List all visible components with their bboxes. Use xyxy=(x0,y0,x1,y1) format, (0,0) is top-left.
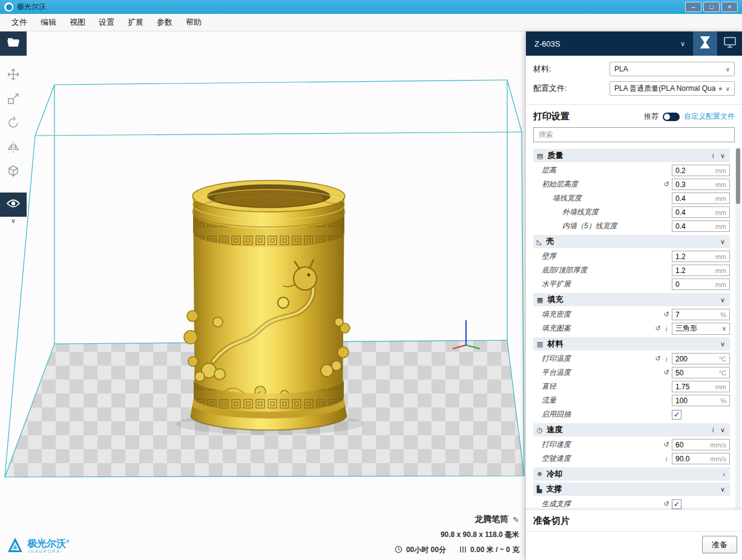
wall-thickness-input[interactable]: 1.2mm xyxy=(672,251,730,262)
mode-toggle[interactable] xyxy=(663,113,680,121)
reset-icon[interactable]: ↺ xyxy=(654,324,662,332)
section-header-shell[interactable]: ◺ 壳 ∨ xyxy=(533,235,730,248)
info-icon[interactable]: i xyxy=(712,151,714,160)
flow-input[interactable]: 100% xyxy=(672,395,730,406)
menu-settings[interactable]: 设置 xyxy=(92,15,121,30)
chevron-down-icon: ∨ xyxy=(726,85,730,92)
settings-list: ▤ 质量 i ∨ 层高 0.2mm 初始层高度 ↺ 0.3mm 墙线宽度 0.4… xyxy=(526,147,742,509)
info-icon[interactable]: i xyxy=(662,455,671,463)
custom-profile-link[interactable]: 自定义配置文件 xyxy=(684,111,735,122)
menu-extensions[interactable]: 扩展 xyxy=(121,15,150,30)
travel-speed-input[interactable]: 90.0mm/s xyxy=(672,453,730,464)
section-header-cooling[interactable]: ❄ 冷却 ‹ xyxy=(533,467,730,481)
section-header-quality[interactable]: ▤ 质量 i ∨ xyxy=(533,149,730,162)
scrollbar-thumb[interactable] xyxy=(736,148,740,204)
menu-bar: 文件 编辑 视图 设置 扩展 参数 帮助 xyxy=(0,14,742,31)
printing-temperature-input[interactable]: 200°C xyxy=(672,353,730,364)
infill-density-input[interactable]: 7% xyxy=(672,309,730,320)
maximize-button[interactable]: □ xyxy=(703,2,720,12)
support-icon: ▙ xyxy=(537,486,542,493)
setting-row-travel-speed: 空驶速度 i 90.0mm/s xyxy=(526,452,742,466)
reset-icon[interactable]: ↺ xyxy=(662,441,671,449)
monitor-icon xyxy=(723,36,737,51)
reset-icon[interactable]: ↺ xyxy=(654,355,662,363)
star-icon: ★ xyxy=(718,85,723,92)
print-speed-input[interactable]: 60mm/s xyxy=(672,439,730,450)
move-tool-button[interactable] xyxy=(0,64,27,88)
section-header-support[interactable]: ▙ 支撑 ∨ xyxy=(533,483,730,496)
material-usage: 0.00 米 / ~ 0 克 xyxy=(470,545,519,555)
reset-icon[interactable]: ↺ xyxy=(662,180,671,188)
retraction-checkbox[interactable]: ✓ xyxy=(672,410,681,420)
check-icon: ✓ xyxy=(674,501,680,508)
printer-name: Z-603S xyxy=(534,39,560,48)
brand-logo: 极光尔沃® JGAURORA xyxy=(6,536,70,556)
layer-height-input[interactable]: 0.2mm xyxy=(672,165,730,176)
outer-wall-line-width-input[interactable]: 0.4mm xyxy=(672,206,730,218)
mirror-tool-button[interactable] xyxy=(0,136,27,160)
reset-icon[interactable]: ↺ xyxy=(662,369,671,377)
infill-pattern-select[interactable]: 三角形∨ xyxy=(672,323,730,335)
monitor-stage-button[interactable] xyxy=(717,31,742,56)
search-input[interactable]: 搜索 xyxy=(533,127,735,142)
printer-select[interactable]: Z-603S ∨ xyxy=(526,31,692,56)
info-icon[interactable]: i xyxy=(712,426,714,435)
move-icon xyxy=(6,67,21,84)
filament-icon xyxy=(459,545,467,555)
divider xyxy=(526,531,742,532)
chevron-down-icon: ∨ xyxy=(720,152,725,160)
generate-support-checkbox[interactable]: ✓ xyxy=(672,499,681,509)
print-settings-title: 打印设置 xyxy=(533,111,570,122)
horizontal-expansion-input[interactable]: 0mm xyxy=(672,278,730,290)
infill-icon: ▦ xyxy=(537,296,543,304)
setting-row-enable-retraction: 启用回抽 ✓ xyxy=(526,407,742,421)
prepare-button[interactable]: 准备 xyxy=(702,536,737,553)
reset-icon[interactable]: ↺ xyxy=(662,311,671,318)
app-logo-icon xyxy=(4,2,13,12)
profile-select[interactable]: PLA 普通质量(PLA Normal Qua ★ ∨ xyxy=(609,81,735,96)
build-plate-temperature-input[interactable]: 50°C xyxy=(672,367,730,378)
close-button[interactable]: × xyxy=(721,2,738,12)
info-icon[interactable]: i xyxy=(662,355,671,363)
minimize-button[interactable]: – xyxy=(685,2,701,12)
info-icon[interactable]: i xyxy=(662,325,671,332)
mirror-icon xyxy=(6,140,21,157)
recommended-label: 推荐 xyxy=(644,111,658,122)
setting-row-generate-support: 生成支撑 ↺ ✓ xyxy=(526,497,742,509)
initial-layer-height-input[interactable]: 0.3mm xyxy=(672,179,730,190)
menu-file[interactable]: 文件 xyxy=(5,15,34,30)
reset-icon[interactable]: ↺ xyxy=(662,500,671,508)
scale-tool-button[interactable] xyxy=(0,88,27,112)
menu-help[interactable]: 帮助 xyxy=(179,15,208,30)
model-dimensions: 90.8 x 90.8 x 118.0 毫米 xyxy=(395,530,519,540)
open-folder-icon xyxy=(6,35,21,52)
prepare-stage-button[interactable] xyxy=(692,31,717,56)
section-header-speed[interactable]: ◷ 速度 i ∨ xyxy=(533,423,730,436)
section-header-material[interactable]: ▥ 材料 ∨ xyxy=(533,337,730,351)
open-file-button[interactable] xyxy=(0,31,27,56)
cube-icon xyxy=(6,164,21,181)
inner-wall-line-width-input[interactable]: 0.4mm xyxy=(672,220,730,232)
top-bottom-thickness-input[interactable]: 1.2mm xyxy=(672,265,730,276)
menu-edit[interactable]: 编辑 xyxy=(34,15,63,30)
per-model-settings-button[interactable] xyxy=(0,160,27,185)
registered-mark: ® xyxy=(66,539,70,544)
diameter-input[interactable]: 1.75mm xyxy=(672,381,730,392)
print-time: 00小时 00分 xyxy=(406,545,446,555)
view-mode-button[interactable] xyxy=(0,193,27,217)
viewport-3d[interactable] xyxy=(0,31,525,560)
left-toolbar: ∨ xyxy=(0,31,27,224)
section-header-infill[interactable]: ▦ 填充 ∨ xyxy=(533,293,730,306)
speed-icon: ◷ xyxy=(537,426,543,434)
title-bar: 极光尔沃 – □ × xyxy=(0,0,742,14)
settings-scrollbar[interactable] xyxy=(735,147,741,509)
view-mode-chevron-icon[interactable]: ∨ xyxy=(11,217,15,224)
menu-parameters[interactable]: 参数 xyxy=(150,15,179,30)
material-select[interactable]: PLA ∨ xyxy=(609,62,735,76)
rename-pencil-icon[interactable]: ✎ xyxy=(513,515,519,524)
rotate-tool-button[interactable] xyxy=(0,112,27,136)
chevron-down-icon: ∨ xyxy=(680,40,685,48)
menu-view[interactable]: 视图 xyxy=(63,15,92,30)
line-width-input[interactable]: 0.4mm xyxy=(672,193,730,204)
check-icon: ✓ xyxy=(674,411,680,418)
